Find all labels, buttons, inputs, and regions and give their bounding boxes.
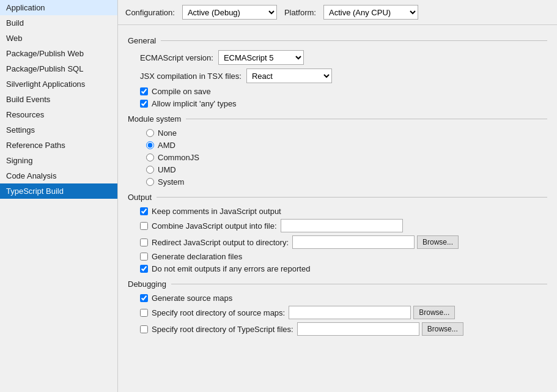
debugging-section-line — [171, 284, 547, 284]
module-radio-umd[interactable] — [146, 166, 154, 174]
keep-comments-label: Keep comments in JavaScript output — [152, 207, 281, 216]
general-section-label: General — [128, 36, 156, 45]
compile-on-save-checkbox[interactable] — [140, 87, 148, 95]
specify-ts-input[interactable] — [297, 322, 419, 336]
config-label: Configuration: — [125, 8, 175, 17]
sidebar-item-settings[interactable]: Settings — [0, 122, 117, 138]
specify-ts-checkbox[interactable] — [140, 325, 148, 333]
module-radio-label-amd: AMD — [158, 141, 175, 150]
specify-ts-row: Specify root directory of TypeScript fil… — [128, 322, 547, 336]
debugging-section-label: Debugging — [128, 279, 166, 289]
general-section-line — [161, 40, 547, 41]
allow-implicit-checkbox[interactable] — [140, 100, 148, 108]
config-select[interactable]: Active (Debug) — [182, 5, 277, 20]
jsx-select[interactable]: NonePreserveReact — [246, 68, 332, 83]
sidebar: ApplicationBuildWebPackage/Publish WebPa… — [0, 0, 118, 392]
top-bar: Configuration: Active (Debug) Platform: … — [118, 0, 557, 25]
specify-root-checkbox[interactable] — [140, 309, 148, 317]
generate-declaration-row: Generate declaration files — [128, 252, 547, 261]
output-section-header: Output — [128, 193, 547, 202]
compile-on-save-label: Compile on save — [152, 87, 211, 96]
module-radio-row-system: System — [128, 177, 547, 187]
keep-comments-row: Keep comments in JavaScript output — [128, 207, 547, 216]
generate-declaration-checkbox[interactable] — [140, 253, 148, 261]
sidebar-item-signing[interactable]: Signing — [0, 153, 117, 168]
redirect-browse-button[interactable]: Browse... — [417, 235, 459, 249]
redirect-output-row: Redirect JavaScript output to directory:… — [128, 235, 547, 249]
platform-select[interactable]: Active (Any CPU) — [323, 5, 418, 20]
generate-declaration-label: Generate declaration files — [152, 252, 242, 261]
module-radio-amd[interactable] — [146, 141, 154, 149]
sidebar-item-silverlight-applications[interactable]: Silverlight Applications — [0, 76, 117, 92]
module-section-label: Module system — [128, 114, 181, 124]
module-radio-row-umd: UMD — [128, 165, 547, 174]
debugging-section-header: Debugging — [128, 279, 547, 289]
module-radio-none[interactable] — [146, 129, 154, 137]
no-emit-label: Do not emit outputs if any errors are re… — [152, 264, 310, 273]
sidebar-item-build-events[interactable]: Build Events — [0, 92, 117, 107]
module-radio-row-commonjs: CommonJS — [128, 153, 547, 162]
module-radio-label-none: None — [158, 128, 177, 138]
redirect-output-label: Redirect JavaScript output to directory: — [152, 238, 289, 247]
compile-on-save-row: Compile on save — [128, 87, 547, 96]
module-radios: NoneAMDCommonJSUMDSystem — [128, 128, 547, 187]
specify-ts-label: Specify root directory of TypeScript fil… — [152, 325, 293, 334]
generate-maps-checkbox[interactable] — [140, 294, 148, 302]
keep-comments-checkbox[interactable] — [140, 207, 148, 215]
specify-root-row: Specify root directory of source maps: B… — [128, 306, 547, 319]
module-radio-system[interactable] — [146, 178, 154, 186]
ecmascript-select[interactable]: ECMAScript 3ECMAScript 5ECMAScript 6 — [218, 50, 304, 65]
module-section-line — [186, 119, 547, 119]
sidebar-item-package-publish-sql[interactable]: Package/Publish SQL — [0, 61, 117, 76]
module-radio-label-system: System — [158, 177, 184, 187]
sidebar-item-typescript-build[interactable]: TypeScript Build — [0, 183, 117, 199]
ecmascript-row: ECMAScript version: ECMAScript 3ECMAScri… — [128, 50, 547, 65]
redirect-output-checkbox[interactable] — [140, 239, 148, 246]
allow-implicit-label: Allow implicit 'any' types — [152, 99, 237, 108]
sidebar-item-package-publish-web[interactable]: Package/Publish Web — [0, 46, 117, 61]
sidebar-item-code-analysis[interactable]: Code Analysis — [0, 168, 117, 183]
output-section-label: Output — [128, 193, 152, 202]
no-emit-row: Do not emit outputs if any errors are re… — [128, 264, 547, 273]
jsx-row: JSX compilation in TSX files: NonePreser… — [128, 68, 547, 83]
sidebar-item-resources[interactable]: Resources — [0, 107, 117, 122]
no-emit-checkbox[interactable] — [140, 265, 148, 273]
specify-ts-browse-button[interactable]: Browse... — [422, 322, 463, 336]
main-content: Configuration: Active (Debug) Platform: … — [118, 0, 557, 392]
content-area: General ECMAScript version: ECMAScript 3… — [118, 25, 557, 392]
sidebar-item-build[interactable]: Build — [0, 15, 117, 31]
platform-label: Platform: — [284, 8, 316, 17]
module-section-header: Module system — [128, 114, 547, 124]
generate-maps-label: Generate source maps — [152, 294, 232, 303]
module-radio-commonjs[interactable] — [146, 153, 154, 161]
jsx-label: JSX compilation in TSX files: — [140, 72, 242, 81]
module-radio-label-umd: UMD — [158, 165, 176, 174]
combine-output-checkbox[interactable] — [140, 222, 148, 230]
specify-root-label: Specify root directory of source maps: — [152, 308, 285, 317]
allow-implicit-row: Allow implicit 'any' types — [128, 99, 547, 108]
specify-root-browse-button[interactable]: Browse... — [413, 306, 455, 319]
specify-root-input[interactable] — [289, 306, 411, 319]
general-section-header: General — [128, 36, 547, 45]
sidebar-item-reference-paths[interactable]: Reference Paths — [0, 138, 117, 153]
generate-maps-row: Generate source maps — [128, 294, 547, 303]
output-section-line — [157, 197, 547, 198]
combine-output-label: Combine JavaScript output into file: — [152, 221, 277, 231]
combine-output-input[interactable] — [281, 219, 403, 232]
module-radio-row-amd: AMD — [128, 141, 547, 150]
ecmascript-label: ECMAScript version: — [140, 53, 213, 62]
module-radio-row-none: None — [128, 128, 547, 138]
module-radio-label-commonjs: CommonJS — [158, 153, 199, 162]
sidebar-item-web[interactable]: Web — [0, 31, 117, 46]
sidebar-item-application[interactable]: Application — [0, 0, 117, 15]
redirect-output-input[interactable] — [292, 235, 415, 249]
combine-output-row: Combine JavaScript output into file: — [128, 219, 547, 232]
